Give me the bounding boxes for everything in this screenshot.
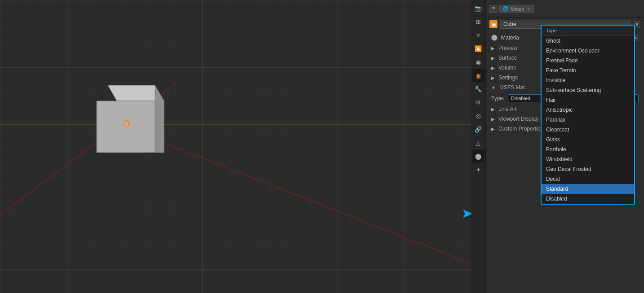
chevron-msfs: ▼	[491, 85, 496, 90]
chevron-custom-props: ▶	[491, 127, 495, 131]
constraint-icon[interactable]: 🔗	[472, 123, 484, 136]
dropdown-item-hair[interactable]: Hair	[542, 95, 634, 105]
output-icon[interactable]: ⊞	[472, 15, 484, 28]
cube-svg	[88, 83, 166, 159]
chevron-settings: ▶	[491, 75, 495, 80]
world-icon[interactable]: ◉	[472, 56, 484, 68]
dropdown-item-standard[interactable]: Standard	[542, 184, 634, 194]
svg-marker-7	[155, 85, 164, 153]
section-surface-label: Surface	[498, 55, 517, 61]
physics-icon[interactable]: ◎	[472, 109, 484, 122]
material-icon[interactable]: ⬤	[472, 150, 484, 162]
section-viewport-display-label: Viewport Display	[498, 116, 538, 122]
modifier-icon[interactable]: 🔧	[472, 83, 484, 95]
object-type-icon: ▣	[489, 20, 497, 28]
type-select-value: Disabled	[511, 96, 530, 101]
properties-icons-bar: 📷 ⊞ ≡ 🔼 ◉ ▣ 🔧 ⚙ ◎ 🔗 △ ⬤ ✦	[471, 0, 485, 293]
data-icon[interactable]: △	[472, 136, 484, 149]
material-dot	[491, 35, 497, 41]
scene-icon[interactable]: 🔼	[472, 42, 484, 55]
section-line-art-label: Line Art	[498, 106, 517, 112]
chevron-preview: ▶	[491, 46, 495, 51]
svg-rect-6	[97, 101, 155, 153]
dropdown-item-anisotropic[interactable]: Anisotropic	[542, 105, 634, 115]
section-msfs-label: MSFS Mat...	[499, 84, 529, 91]
render-icon[interactable]: 📷	[472, 2, 484, 14]
dropdown-item-geo-decal-frosted[interactable]: Geo Decal Frosted	[542, 164, 634, 174]
viewport[interactable]: 🎥 ⊞	[0, 0, 485, 293]
dropdown-header: Type	[542, 26, 634, 36]
view-layer-selector[interactable]: 🌐 Materi ▼	[499, 5, 534, 13]
dropdown-item-fake-terrain[interactable]: Fake Terrain	[542, 66, 634, 75]
type-label: Type:	[491, 95, 504, 101]
section-settings-label: Settings	[498, 74, 518, 81]
dropdown-item-windshield[interactable]: Windshield	[542, 154, 634, 164]
dropdown-item-disabled[interactable]: Disabled	[542, 194, 634, 204]
dropdown-item-environment-occluder[interactable]: Environment Occluder	[542, 46, 634, 56]
chevron-volume: ▶	[491, 66, 495, 70]
section-preview-label: Preview	[498, 45, 518, 51]
viewlayer-icon[interactable]: ≡	[472, 29, 484, 41]
shaderfx-icon[interactable]: ✦	[472, 163, 484, 176]
arrow-indicator: ➤	[462, 207, 472, 221]
section-volume-label: Volume	[498, 65, 516, 71]
section-custom-properties-label: Custom Properties	[498, 126, 543, 132]
panel-menu-icon[interactable]: ☰	[489, 5, 497, 13]
dropdown-item-invisible[interactable]: Invisible	[542, 75, 634, 85]
panel-breadcrumb: 🌐 Materi ▼	[499, 5, 534, 13]
cube-3d	[88, 83, 166, 161]
view-layer-label: Materi	[511, 6, 524, 12]
dropdown-item-parallax[interactable]: Parallax	[542, 115, 634, 125]
dropdown-item-clearcoat[interactable]: Clearcoat	[542, 125, 634, 135]
panel-toolbar: ☰ 🌐 Materi ▼	[486, 0, 644, 18]
dropdown-item-fresnel-fade[interactable]: Fresnel Fade	[542, 56, 634, 66]
dropdown-item-glass[interactable]: Glass	[542, 135, 634, 144]
dropdown-item-ghost[interactable]: Ghost	[542, 36, 634, 46]
dropdown-item-decal[interactable]: Decal	[542, 174, 634, 184]
chevron-surface: ▶	[491, 56, 495, 61]
chevron-line-art: ▶	[491, 107, 495, 112]
dropdown-item-subsurface-scattering[interactable]: Sub-surface Scattering	[542, 85, 634, 95]
globe-icon: 🌐	[502, 6, 509, 12]
svg-rect-1	[0, 0, 485, 293]
chevron-down-icon: ▼	[526, 6, 531, 12]
viewport-grid	[0, 0, 485, 293]
svg-point-11	[126, 122, 128, 124]
particle-icon[interactable]: ⚙	[472, 96, 484, 109]
dropdown-item-porthole[interactable]: Porthole	[542, 144, 634, 154]
type-dropdown-menu[interactable]: Type Ghost Environment Occluder Fresnel …	[541, 25, 635, 205]
object-icon[interactable]: ▣	[472, 69, 484, 82]
chevron-viewport-display: ▶	[491, 117, 495, 122]
